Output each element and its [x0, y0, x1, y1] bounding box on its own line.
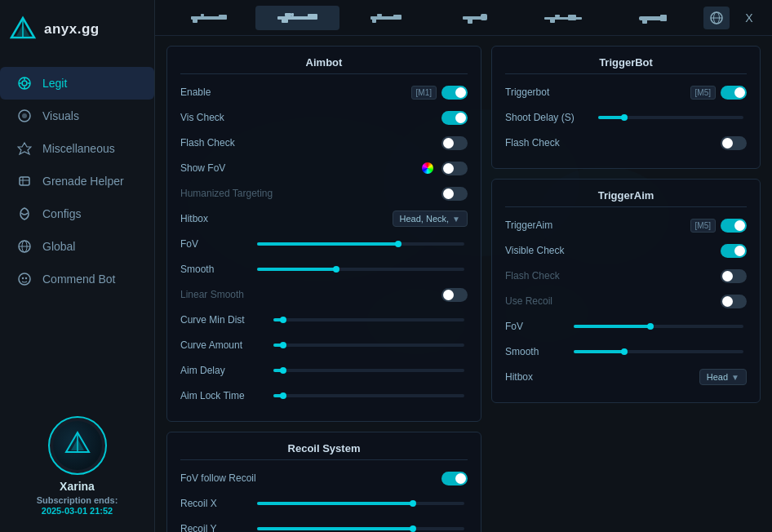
svg-rect-40: [393, 15, 402, 20]
ta-smooth-slider[interactable]: [574, 350, 743, 353]
shoot-delay-label: Shoot Delay (S): [505, 112, 595, 123]
aim-lock-time-slider[interactable]: [273, 394, 464, 397]
triggerbot-label: Triggerbot: [505, 86, 549, 98]
tb-flash-check-row: Flash Check: [505, 133, 747, 153]
sidebar-item-visuals[interactable]: Visuals: [0, 100, 154, 132]
sidebar-item-grenade[interactable]: Grenade Helper: [0, 165, 154, 197]
panels: Aimbot Enable [M1] Vis Check Flash Chec: [155, 36, 772, 532]
flash-check-row: Flash Check: [180, 133, 468, 153]
enable-toggle[interactable]: [441, 86, 468, 100]
aim-delay-slider[interactable]: [273, 369, 464, 372]
triggerbot-keybind[interactable]: [M5]: [690, 86, 716, 100]
nav-label-global: Global: [42, 240, 75, 253]
show-fov-row: Show FoV: [180, 158, 468, 178]
nav-label-configs: Configs: [42, 207, 81, 220]
use-recoil-toggle[interactable]: [721, 295, 747, 308]
aim-delay-row: Aim Delay: [180, 361, 468, 380]
shoot-delay-slider[interactable]: [598, 116, 743, 119]
ta-hitbox-dropdown[interactable]: Head ▼: [699, 369, 747, 385]
sidebar-item-misc[interactable]: Miscellaneous: [0, 132, 154, 165]
ta-smooth-label: Smooth: [505, 346, 570, 357]
svg-point-20: [25, 277, 27, 279]
svg-marker-11: [18, 143, 31, 154]
show-fov-toggle[interactable]: [441, 162, 468, 175]
svg-rect-42: [372, 19, 376, 23]
logo-icon: [8, 15, 38, 44]
nav-label-visuals: Visuals: [42, 109, 79, 122]
tb-flash-check-toggle[interactable]: [721, 136, 747, 150]
svg-rect-45: [468, 19, 473, 24]
hitbox-label: Hitbox: [180, 213, 208, 224]
svg-rect-32: [201, 14, 204, 16]
enable-keybind[interactable]: [M1]: [411, 86, 437, 100]
show-fov-label: Show FoV: [180, 162, 225, 174]
avatar: [48, 416, 107, 475]
svg-rect-35: [308, 14, 317, 20]
weapon-tab-rifle2[interactable]: [255, 6, 339, 30]
svg-rect-33: [193, 19, 197, 23]
color-picker-dot[interactable]: [422, 162, 433, 174]
svg-rect-50: [639, 16, 662, 20]
visible-check-toggle[interactable]: [721, 244, 747, 258]
sub-date: 2025-03-01 21:52: [42, 506, 113, 516]
aimbot-enable-row: Enable [M1]: [180, 82, 468, 102]
smooth-label: Smooth: [180, 264, 254, 275]
weapon-tab-smg[interactable]: [344, 6, 428, 30]
svg-rect-46: [544, 17, 582, 20]
smooth-slider[interactable]: [257, 268, 464, 271]
sidebar-item-legit[interactable]: Legit: [0, 67, 154, 100]
ta-fov-slider[interactable]: [574, 325, 743, 328]
visible-check-row: Visible Check: [505, 241, 747, 260]
triggeraim-keybind[interactable]: [M5]: [690, 219, 716, 233]
close-button[interactable]: X: [738, 7, 761, 29]
nav-icon-visuals: [16, 108, 33, 124]
nav-label-legit: Legit: [42, 77, 67, 90]
svg-point-10: [22, 113, 27, 118]
curve-min-dist-slider[interactable]: [273, 318, 464, 321]
flash-check-toggle[interactable]: [441, 136, 468, 150]
curve-min-dist-label: Curve Min Dist: [180, 314, 270, 326]
ta-fov-row: FoV: [505, 317, 747, 336]
linear-smooth-toggle[interactable]: [441, 288, 468, 302]
aim-delay-label: Aim Delay: [180, 365, 270, 376]
recoil-y-slider[interactable]: [257, 527, 464, 530]
vis-check-toggle[interactable]: [441, 111, 468, 125]
triggerbot-toggle[interactable]: [721, 86, 747, 100]
fov-slider[interactable]: [257, 242, 464, 246]
svg-rect-44: [481, 14, 487, 20]
weapon-tab-shotgun[interactable]: [611, 6, 695, 30]
nav-icon-misc: [16, 140, 33, 157]
sidebar-bottom: Xarina Subscription ends: 2025-03-01 21:…: [0, 408, 154, 524]
weapon-tab-pistol[interactable]: [433, 6, 517, 30]
hitbox-dropdown[interactable]: Head, Neck, ▼: [393, 211, 468, 227]
svg-rect-36: [285, 13, 291, 16]
sidebar-item-configs[interactable]: Configs: [0, 197, 154, 230]
recoil-x-row: Recoil X: [180, 494, 468, 513]
right-column: TriggerBot Triggerbot [M5] Shoot Delay (…: [491, 46, 761, 522]
triggerbot-panel: TriggerBot Triggerbot [M5] Shoot Delay (…: [491, 46, 761, 169]
triggeraim-toggle[interactable]: [721, 219, 747, 233]
left-column: Aimbot Enable [M1] Vis Check Flash Chec: [166, 46, 481, 522]
sidebar-item-commend[interactable]: Commend Bot: [0, 263, 154, 295]
svg-point-18: [19, 273, 30, 285]
recoil-y-label: Recoil Y: [180, 523, 254, 532]
weapon-tab-rifle1[interactable]: [166, 6, 251, 30]
curve-amount-slider[interactable]: [273, 344, 464, 347]
main-area: X Aimbot Enable [M1] Vis Check: [155, 0, 772, 532]
shoot-delay-row: Shoot Delay (S): [505, 108, 747, 127]
globe-tab[interactable]: [703, 7, 730, 29]
recoil-x-slider[interactable]: [257, 502, 464, 505]
username: Xarina: [60, 480, 95, 493]
aim-lock-time-label: Aim Lock Time: [180, 390, 270, 401]
humanized-toggle[interactable]: [441, 187, 468, 201]
svg-rect-41: [377, 14, 382, 16]
svg-rect-47: [568, 15, 576, 20]
svg-point-4: [22, 81, 27, 86]
ta-flash-check-toggle[interactable]: [721, 269, 747, 283]
weapon-tab-sniper[interactable]: [522, 6, 606, 30]
logo-area: anyx.gg: [0, 15, 100, 44]
sidebar-item-global[interactable]: Global: [0, 230, 154, 263]
fov-follow-toggle[interactable]: [441, 472, 468, 485]
sidebar: anyx.gg LegitVisualsMiscellaneousGrenade…: [0, 0, 155, 532]
nav-icon-legit: [16, 75, 33, 91]
